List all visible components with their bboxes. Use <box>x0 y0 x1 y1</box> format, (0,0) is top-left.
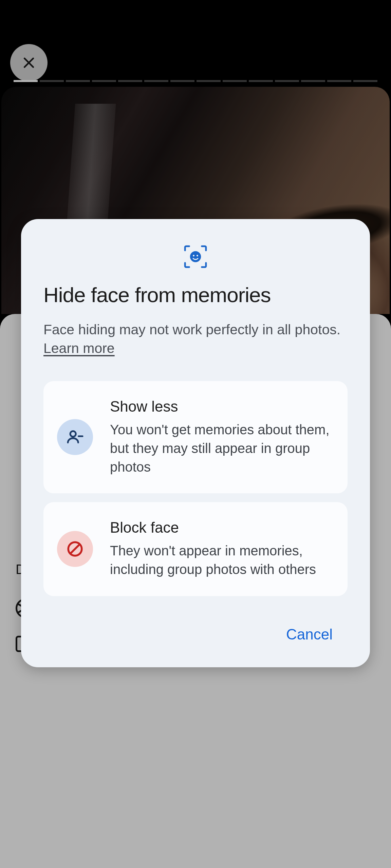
svg-point-2 <box>197 255 198 256</box>
option-show-less[interactable]: Show less You won't get memories about t… <box>43 381 348 494</box>
person-remove-icon <box>66 428 85 447</box>
option-block-face[interactable]: Block face They won't appear in memories… <box>43 502 348 596</box>
option-title: Block face <box>110 519 333 536</box>
hide-face-dialog: Hide face from memories Face hiding may … <box>21 219 370 667</box>
block-icon <box>66 539 85 558</box>
option-title: Show less <box>110 398 333 415</box>
cancel-button[interactable]: Cancel <box>278 621 341 648</box>
learn-more-link[interactable]: Learn more <box>43 340 115 356</box>
dialog-title: Hide face from memories <box>43 283 348 307</box>
svg-point-3 <box>70 431 76 437</box>
option-subtitle: You won't get memories about them, but t… <box>110 420 333 477</box>
option-subtitle: They won't appear in memories, including… <box>110 541 333 579</box>
svg-line-5 <box>70 545 79 554</box>
face-scan-icon <box>183 244 208 269</box>
dialog-description: Face hiding may not work perfectly in al… <box>43 320 348 358</box>
svg-point-1 <box>193 255 194 256</box>
svg-point-0 <box>190 251 201 262</box>
